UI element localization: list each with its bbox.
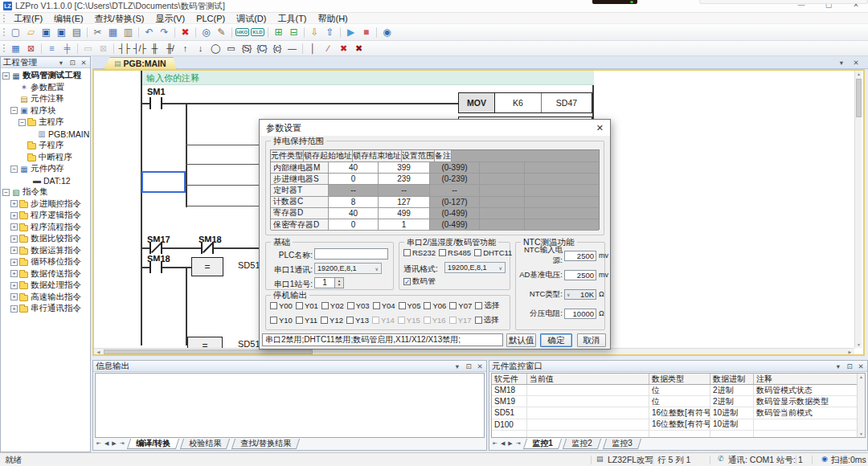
- tree-item-process[interactable]: + 数据处理指令: [1, 280, 90, 292]
- delete-network-icon[interactable]: ⊠: [23, 42, 39, 55]
- com2-format-select[interactable]: 19200,E,8,1∨: [444, 262, 506, 273]
- nav-first-icon[interactable]: ⇤: [95, 439, 103, 447]
- ok-button[interactable]: 确定: [540, 333, 572, 347]
- dialog-close-icon[interactable]: ✕: [596, 123, 604, 133]
- panel-pin-icon[interactable]: ⊡: [845, 362, 854, 370]
- cancel-button[interactable]: 取消: [577, 333, 606, 347]
- delete-icon[interactable]: ✖: [178, 26, 193, 39]
- nav-last-icon[interactable]: ⇥: [514, 439, 522, 447]
- tab-monitor1[interactable]: 监控1: [522, 439, 561, 449]
- panel-menu-icon[interactable]: ▾: [834, 362, 842, 370]
- checkbox-y16[interactable]: Y16: [424, 316, 446, 325]
- delete-line-icon[interactable]: ∕: [321, 42, 336, 55]
- panel-menu-icon[interactable]: ▾: [57, 59, 65, 67]
- nav-first-icon[interactable]: ⇤: [491, 439, 499, 447]
- scroll-left-icon[interactable]: ◀: [95, 350, 102, 354]
- menu-help[interactable]: 帮助(H): [313, 13, 354, 24]
- checkbox-dhtc11[interactable]: DHTC11: [474, 248, 512, 257]
- vertical-scrollbar[interactable]: ▲ ▼: [854, 71, 862, 348]
- menu-project[interactable]: 工程(F): [8, 13, 48, 24]
- monitor-row[interactable]: D100 16位整数[有符号] 10进制: [492, 419, 865, 431]
- tree-item-highspeed[interactable]: + 高速输出指令: [1, 292, 90, 304]
- panel-pin-icon[interactable]: ⊡: [465, 362, 473, 370]
- tree-item-transfer[interactable]: + 数据传送指令: [1, 268, 90, 280]
- contact-open-icon[interactable]: ┤├: [117, 42, 132, 55]
- menu-plc[interactable]: PLC(P): [190, 13, 231, 24]
- checkbox-rs485[interactable]: RS485: [439, 248, 471, 257]
- checkbox-select-row2[interactable]: 选择: [475, 315, 499, 325]
- reset-coil-icon[interactable]: {C}: [254, 42, 269, 55]
- tab-find-result[interactable]: 查找/替换结果: [231, 439, 300, 449]
- scroll-up-icon[interactable]: ▲: [855, 72, 862, 76]
- save-all-icon[interactable]: ▣: [54, 26, 69, 39]
- mov-instruction-box[interactable]: MOV K6 SD47: [458, 92, 592, 113]
- default-button[interactable]: 默认值: [506, 333, 536, 347]
- monitor-scrollbar[interactable]: ▲ ▼: [857, 374, 865, 437]
- function-block-icon[interactable]: ▭: [223, 42, 239, 55]
- delete-vline-icon[interactable]: ✖: [351, 42, 366, 55]
- scroll-down-icon[interactable]: ▼: [855, 342, 862, 347]
- ladder-contact-sm18-edge[interactable]: [201, 242, 214, 254]
- run-icon[interactable]: ▶: [343, 26, 358, 39]
- tree-expander[interactable]: +: [10, 212, 18, 219]
- instruction-view-icon[interactable]: KLD: [250, 26, 265, 39]
- falling-edge-icon[interactable]: ↓: [193, 42, 208, 55]
- tree-item-param-config[interactable]: ✶ 参数配置: [1, 82, 90, 94]
- tree-item-instruction-set[interactable]: − ▧ 指令集: [1, 186, 90, 198]
- open-icon[interactable]: ▱: [23, 26, 39, 39]
- monitor-icon[interactable]: ◉: [379, 26, 395, 39]
- nav-next-icon[interactable]: ▶: [110, 439, 117, 447]
- tree-item-main-program[interactable]: − 主程序: [1, 117, 90, 129]
- redo-icon[interactable]: ↷: [157, 26, 172, 39]
- zoom-in-icon[interactable]: ⊞: [271, 26, 286, 39]
- tree-item-serial[interactable]: + 串行通讯指令: [1, 303, 90, 315]
- checkbox-y02[interactable]: Y02: [321, 301, 344, 310]
- tree-expander[interactable]: +: [10, 235, 18, 243]
- checkbox-y04[interactable]: Y04: [373, 301, 395, 310]
- checkbox-y15[interactable]: Y15: [398, 316, 420, 325]
- ladder-view-icon[interactable]: HKO: [235, 26, 250, 39]
- cut-icon[interactable]: ✂: [90, 26, 105, 39]
- monitor-row[interactable]: SM18 位 2进制 数码管模式状态: [492, 385, 865, 396]
- checkbox-y12[interactable]: Y12: [321, 316, 343, 325]
- menu-edit[interactable]: 编辑(E): [48, 13, 89, 24]
- tree-expander[interactable]: +: [10, 247, 18, 254]
- nav-next-icon[interactable]: ▶: [506, 439, 514, 447]
- checkbox-y13[interactable]: Y13: [346, 316, 369, 325]
- tab-compile[interactable]: 编译/转换: [126, 439, 178, 449]
- save-icon[interactable]: ▣: [39, 26, 54, 39]
- panel-pin-icon[interactable]: ⊡: [68, 59, 76, 67]
- tree-item-logic[interactable]: + 程序逻辑指令: [1, 210, 90, 222]
- menu-view[interactable]: 显示(V): [149, 13, 190, 24]
- tab-close-icon[interactable]: ✕: [852, 59, 860, 67]
- checkbox-y10[interactable]: Y10: [270, 316, 293, 325]
- tree-item-shift[interactable]: + 循环移位指令: [1, 256, 90, 268]
- tab-check-result[interactable]: 校验结果: [180, 439, 230, 449]
- upload-icon[interactable]: ⇧: [322, 26, 338, 39]
- tree-expander[interactable]: +: [10, 293, 18, 300]
- tree-item-flow[interactable]: + 程序流程指令: [1, 222, 90, 234]
- tree-item-interrupt-program[interactable]: 中断程序: [1, 152, 90, 164]
- tree-expander[interactable]: −: [2, 189, 10, 196]
- monitor-row[interactable]: SD51 16位整数[有符号] 10进制 数码管当前模式: [492, 407, 865, 419]
- checkbox-digit-tube[interactable]: ✓数码管: [403, 276, 436, 287]
- com1-format-select[interactable]: 19200,E,8,1∨: [314, 263, 382, 274]
- panel-close-icon[interactable]: ✕: [80, 59, 88, 67]
- ladder-contact-sm18[interactable]: [149, 261, 162, 273]
- checkbox-y06[interactable]: Y06: [424, 301, 446, 310]
- scrollbar-thumb[interactable]: [104, 350, 313, 354]
- cut-network-icon[interactable]: ⊠: [96, 42, 111, 55]
- checkbox-rs232[interactable]: RS232: [403, 248, 436, 257]
- set-coil-icon[interactable]: {S}: [239, 42, 254, 55]
- contact-closed-icon[interactable]: ┤/├: [132, 42, 147, 55]
- checkbox-y11[interactable]: Y11: [296, 316, 317, 325]
- checkbox-y05[interactable]: Y05: [399, 301, 421, 310]
- monitor-row[interactable]: SM19 位 2进制 数码管显示数据类型: [492, 396, 865, 407]
- nav-prev-icon[interactable]: ◀: [103, 439, 110, 447]
- station-number-stepper[interactable]: 1 ▲▼: [314, 277, 344, 288]
- coil-icon[interactable]: ◯: [208, 42, 223, 55]
- rising-edge-icon[interactable]: ↑: [178, 42, 193, 55]
- copy-icon[interactable]: ▦: [105, 26, 121, 39]
- tree-expander[interactable]: −: [18, 119, 26, 126]
- scroll-right-icon[interactable]: ▶: [846, 350, 854, 354]
